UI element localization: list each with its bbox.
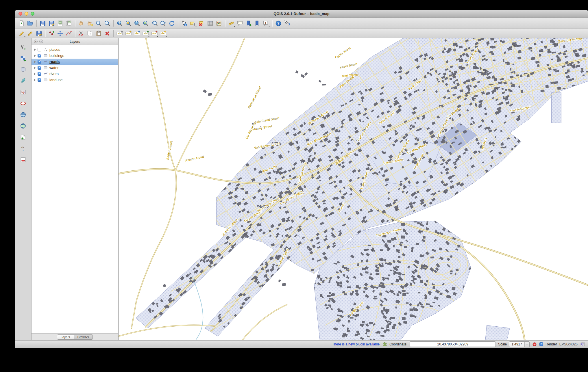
map-tips[interactable]	[236, 19, 244, 27]
close-window-button[interactable]	[19, 12, 22, 16]
add-feature[interactable]	[47, 29, 56, 38]
new-bookmark[interactable]	[244, 19, 253, 27]
layer-name[interactable]: landuse	[49, 78, 63, 82]
copy-features[interactable]	[86, 29, 94, 38]
select-features-dropdown-arrow[interactable]	[195, 26, 197, 27]
label-rotate[interactable]: abc	[150, 29, 159, 38]
add-vector-layer[interactable]	[18, 43, 28, 51]
delete-selected[interactable]	[103, 29, 112, 38]
layer-visibility-checkbox[interactable]	[38, 72, 41, 76]
new-shapefile-layer[interactable]	[18, 133, 28, 142]
paste-features[interactable]	[94, 29, 103, 38]
add-wms-layer[interactable]	[18, 110, 28, 119]
current-edits[interactable]	[17, 29, 26, 38]
map-canvas[interactable]: Geelhout AvenueCypro StreetKosel StreetK…	[119, 38, 588, 340]
zoom-last[interactable]	[150, 19, 159, 27]
scale-combo-arrow-icon[interactable]	[524, 342, 529, 347]
panel-close-button[interactable]: ×	[34, 40, 38, 43]
add-wfs-layer[interactable]	[18, 122, 28, 130]
open-attribute-table[interactable]	[206, 19, 215, 27]
label-rotate-dropdown-arrow[interactable]	[157, 36, 158, 37]
layer-name[interactable]: rivers	[49, 72, 59, 76]
deselect-features[interactable]	[197, 19, 206, 27]
save-layer-edits[interactable]	[35, 29, 43, 38]
layer-expand-arrow[interactable]	[34, 55, 36, 57]
help-contents[interactable]: ?	[274, 19, 283, 27]
show-bookmarks[interactable]	[253, 19, 262, 27]
whats-this[interactable]: ?	[283, 19, 291, 27]
zoom-in[interactable]: +	[94, 19, 103, 27]
node-tool[interactable]	[64, 29, 73, 38]
layer-item-rivers[interactable]: rivers	[32, 71, 118, 77]
layer-expand-arrow[interactable]	[34, 73, 36, 75]
zoom-native[interactable]: 1:1	[115, 19, 124, 27]
measure-line[interactable]	[227, 19, 236, 27]
layer-item-places[interactable]: places	[32, 46, 118, 53]
layer-item-roads[interactable]: roads	[32, 59, 118, 65]
plugin-notice-link[interactable]: There is a new plugin available	[332, 342, 380, 346]
scale-combo[interactable]: 1:4917	[509, 341, 530, 347]
zoom-to-layer[interactable]	[141, 19, 150, 27]
layer-name[interactable]: roads	[49, 59, 60, 64]
cut-features[interactable]	[77, 29, 86, 38]
layer-visibility-checkbox[interactable]	[38, 66, 41, 70]
label-move[interactable]: abc	[141, 29, 150, 38]
layer-expand-arrow[interactable]	[34, 67, 36, 69]
layer-visibility-checkbox[interactable]	[38, 78, 41, 82]
pan-to-selection[interactable]	[86, 19, 94, 27]
coordinate-input[interactable]	[410, 341, 496, 347]
zoom-to-selection[interactable]	[133, 19, 141, 27]
layer-expand-arrow[interactable]	[34, 49, 36, 51]
text-annotation-dropdown-arrow[interactable]	[268, 26, 270, 27]
label-properties-dropdown-arrow[interactable]	[165, 36, 167, 37]
layer-item-buildings[interactable]: buildings	[32, 53, 118, 59]
new-project[interactable]	[17, 19, 26, 27]
label-settings[interactable]: abc	[115, 29, 124, 38]
layer-expand-arrow[interactable]	[34, 79, 36, 81]
map-viewport[interactable]: Geelhout AvenueCypro StreetKosel StreetK…	[119, 38, 588, 340]
plugin-icon[interactable]	[382, 342, 387, 347]
add-mssql-layer[interactable]: SQL	[18, 88, 28, 96]
remove-layer[interactable]	[18, 155, 28, 164]
layer-name[interactable]: buildings	[49, 53, 64, 58]
title-bar[interactable]: QGIS 2.0.1-Dufour – basic_map	[15, 10, 588, 18]
layer-name[interactable]: places	[49, 47, 60, 52]
add-delimited-text-layer[interactable]: a,b,	[18, 144, 28, 153]
measure-line-dropdown-arrow[interactable]	[234, 26, 235, 27]
zoom-next[interactable]	[159, 19, 167, 27]
toggle-editing[interactable]	[26, 29, 35, 38]
layer-name[interactable]: water	[49, 66, 59, 70]
layer-visibility-checkbox[interactable]	[38, 54, 41, 57]
render-checkbox[interactable]	[539, 342, 543, 346]
save-project[interactable]	[38, 19, 47, 27]
layer-visibility-checkbox[interactable]	[38, 48, 41, 51]
new-print-composer[interactable]	[56, 19, 64, 27]
add-spatialite-layer[interactable]	[18, 77, 28, 85]
crs-status-button[interactable]	[580, 342, 585, 347]
add-raster-layer[interactable]	[18, 54, 28, 63]
label-pin[interactable]: abc	[124, 29, 133, 38]
add-postgis-layer[interactable]	[18, 65, 28, 74]
panel-tab-browser[interactable]: Browser	[74, 334, 93, 340]
open-project[interactable]	[26, 19, 35, 27]
stop-render-icon[interactable]	[532, 342, 537, 347]
current-edits-dropdown-arrow[interactable]	[24, 36, 26, 37]
label-move-dropdown-arrow[interactable]	[148, 36, 150, 37]
save-project-as[interactable]	[47, 19, 56, 27]
text-annotation[interactable]: T	[262, 19, 270, 27]
layer-item-water[interactable]: water	[32, 65, 118, 71]
zoom-full[interactable]	[124, 19, 133, 27]
zoom-window-button[interactable]	[31, 12, 34, 16]
label-properties[interactable]: abc	[159, 29, 167, 38]
move-feature[interactable]	[56, 29, 64, 38]
panel-tab-layers[interactable]: Layers	[57, 334, 74, 340]
panel-float-button[interactable]: ◦	[39, 40, 43, 43]
refresh-map[interactable]	[167, 19, 176, 27]
add-oracle-layer[interactable]	[18, 99, 28, 108]
composer-manager[interactable]	[64, 19, 73, 27]
pan-map[interactable]	[77, 19, 86, 27]
layer-expand-arrow[interactable]	[34, 61, 36, 63]
layer-visibility-checkbox[interactable]	[38, 60, 41, 64]
layer-item-landuse[interactable]: landuse	[32, 77, 118, 83]
label-show-hide[interactable]: abc	[133, 29, 141, 38]
